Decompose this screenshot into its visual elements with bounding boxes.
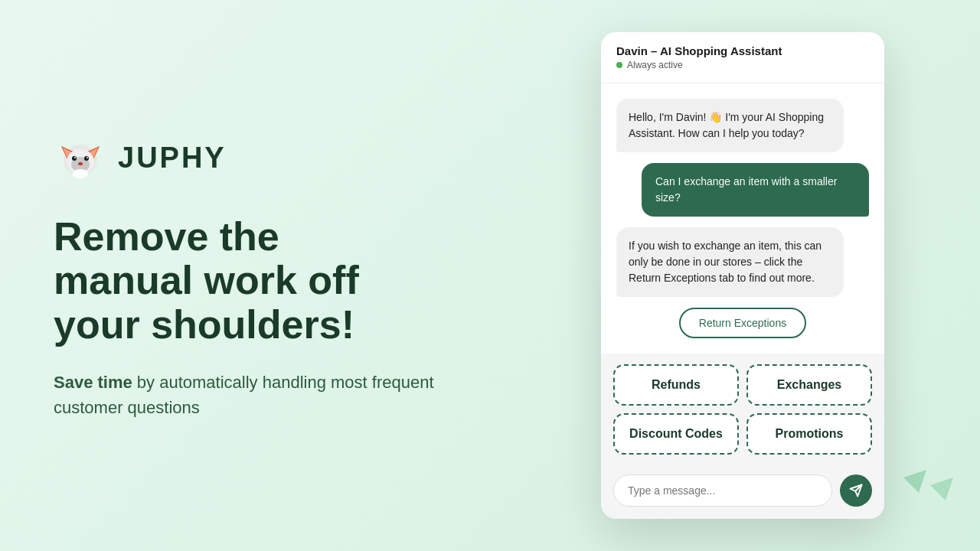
user-message: Can I exchange an item with a smaller si…	[642, 163, 869, 217]
decorative-arrows	[903, 462, 965, 511]
svg-point-8	[84, 156, 89, 161]
ai-message-1: Hello, I'm Davin! 👋 I'm your AI Shopping…	[616, 99, 844, 152]
send-icon	[849, 484, 863, 497]
quick-reply-promotions[interactable]: Promotions	[746, 413, 872, 455]
quick-replies-grid: Refunds Exchanges Discount Codes Promoti…	[601, 354, 884, 465]
status-text: Always active	[627, 60, 683, 70]
left-panel: JUPHY Remove the manual work off your sh…	[0, 85, 536, 466]
agent-status: Always active	[616, 60, 869, 70]
logo-text: JUPHY	[118, 142, 227, 174]
chat-header: Davin – AI Shopping Assistant Always act…	[601, 32, 884, 83]
svg-point-11	[78, 162, 83, 165]
chat-message-input[interactable]	[613, 474, 832, 507]
chat-input-area	[601, 465, 884, 519]
return-exceptions-button[interactable]: Return Exceptions	[679, 308, 806, 338]
svg-marker-13	[903, 470, 926, 493]
svg-point-12	[73, 169, 88, 178]
chat-messages: Hello, I'm Davin! 👋 I'm your AI Shopping…	[601, 83, 884, 354]
agent-name: Davin – AI Shopping Assistant	[616, 44, 869, 57]
logo-area: JUPHY	[54, 131, 490, 184]
chat-widget: Davin – AI Shopping Assistant Always act…	[601, 32, 884, 519]
quick-reply-discount-codes[interactable]: Discount Codes	[613, 413, 739, 455]
quick-reply-refunds[interactable]: Refunds	[613, 364, 739, 406]
svg-point-10	[87, 157, 88, 158]
send-button[interactable]	[840, 474, 872, 507]
svg-marker-14	[930, 478, 953, 500]
svg-point-9	[74, 157, 76, 158]
subtext: Save time by automatically handling most…	[54, 370, 490, 420]
quick-reply-exchanges[interactable]: Exchanges	[746, 364, 872, 406]
svg-point-7	[72, 156, 77, 161]
arrow-decoration	[903, 462, 965, 508]
right-panel: Davin – AI Shopping Assistant Always act…	[536, 9, 980, 542]
juphy-logo-icon	[54, 131, 107, 184]
status-dot	[616, 62, 622, 68]
ai-message-2: If you wish to exchange an item, this ca…	[616, 227, 844, 297]
headline: Remove the manual work off your shoulder…	[54, 215, 490, 347]
